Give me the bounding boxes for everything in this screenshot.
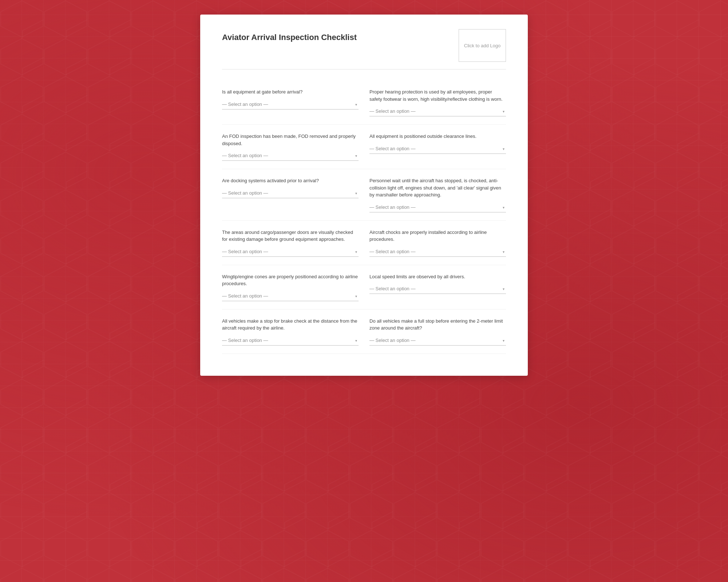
question-text: All equipment is positioned outside clea… — [369, 133, 506, 140]
question-item-right: Local speed limits are observed by all d… — [369, 273, 506, 301]
select-option[interactable]: — Select an option —YesNoN/A — [369, 144, 506, 154]
select-option[interactable]: — Select an option —YesNoN/A — [222, 151, 359, 161]
question-item-right: All equipment is positioned outside clea… — [369, 133, 506, 161]
select-wrapper: — Select an option —YesNoN/A▾ — [222, 247, 359, 257]
question-text: An FOD inspection has been made, FOD rem… — [222, 133, 359, 147]
select-option[interactable]: — Select an option —YesNoN/A — [369, 284, 506, 294]
question-item-left: An FOD inspection has been made, FOD rem… — [222, 133, 359, 161]
question-item-right: Personnel wait until the aircraft has st… — [369, 177, 506, 212]
select-wrapper: — Select an option —YesNoN/A▾ — [369, 144, 506, 154]
select-option[interactable]: — Select an option —YesNoN/A — [222, 99, 359, 109]
questions-grid: Is all equipment at gate before arrival?… — [222, 80, 506, 354]
select-wrapper: — Select an option —YesNoN/A▾ — [222, 99, 359, 109]
question-row: The areas around cargo/passenger doors a… — [222, 221, 506, 265]
form-container: Aviator Arrival Inspection Checklist Cli… — [200, 15, 528, 376]
question-item-left: Is all equipment at gate before arrival?… — [222, 88, 359, 116]
question-row: Are docking systems activated prior to a… — [222, 169, 506, 221]
question-text: Aircraft chocks are properly installed a… — [369, 229, 506, 243]
select-wrapper: — Select an option —YesNoN/A▾ — [369, 335, 506, 346]
select-wrapper: — Select an option —YesNoN/A▾ — [222, 188, 359, 198]
form-header: Aviator Arrival Inspection Checklist Cli… — [222, 29, 506, 69]
question-text: Are docking systems activated prior to a… — [222, 177, 359, 184]
select-option[interactable]: — Select an option —YesNoN/A — [222, 188, 359, 198]
question-text: All vehicles make a stop for brake check… — [222, 318, 359, 332]
question-text: Proper hearing protection is used by all… — [369, 88, 506, 103]
question-item-right: Proper hearing protection is used by all… — [369, 88, 506, 116]
select-option[interactable]: — Select an option —YesNoN/A — [222, 247, 359, 257]
select-wrapper: — Select an option —YesNoN/A▾ — [369, 106, 506, 116]
select-option[interactable]: — Select an option —YesNoN/A — [222, 335, 359, 346]
select-wrapper: — Select an option —YesNoN/A▾ — [369, 202, 506, 212]
question-item-left: Wingtip/engine cones are properly positi… — [222, 273, 359, 301]
question-item-left: All vehicles make a stop for brake check… — [222, 318, 359, 346]
logo-placeholder[interactable]: Click to add Logo — [459, 29, 506, 62]
question-text: Personnel wait until the aircraft has st… — [369, 177, 506, 199]
question-text: The areas around cargo/passenger doors a… — [222, 229, 359, 243]
question-row: An FOD inspection has been made, FOD rem… — [222, 125, 506, 169]
question-text: Wingtip/engine cones are properly positi… — [222, 273, 359, 287]
question-text: Local speed limits are observed by all d… — [369, 273, 506, 280]
form-title: Aviator Arrival Inspection Checklist — [222, 29, 451, 42]
select-wrapper: — Select an option —YesNoN/A▾ — [222, 151, 359, 161]
select-option[interactable]: — Select an option —YesNoN/A — [369, 247, 506, 257]
question-row: Wingtip/engine cones are properly positi… — [222, 265, 506, 310]
question-text: Do all vehicles make a full stop before … — [369, 318, 506, 332]
select-wrapper: — Select an option —YesNoN/A▾ — [222, 335, 359, 346]
question-item-right: Aircraft chocks are properly installed a… — [369, 229, 506, 257]
question-row: All vehicles make a stop for brake check… — [222, 310, 506, 354]
question-item-right: Do all vehicles make a full stop before … — [369, 318, 506, 346]
question-item-left: The areas around cargo/passenger doors a… — [222, 229, 359, 257]
question-row: Is all equipment at gate before arrival?… — [222, 80, 506, 125]
select-wrapper: — Select an option —YesNoN/A▾ — [369, 247, 506, 257]
select-option[interactable]: — Select an option —YesNoN/A — [222, 291, 359, 301]
question-text: Is all equipment at gate before arrival? — [222, 88, 359, 96]
question-item-left: Are docking systems activated prior to a… — [222, 177, 359, 212]
select-option[interactable]: — Select an option —YesNoN/A — [369, 335, 506, 346]
select-wrapper: — Select an option —YesNoN/A▾ — [222, 291, 359, 301]
select-wrapper: — Select an option —YesNoN/A▾ — [369, 284, 506, 294]
select-option[interactable]: — Select an option —YesNoN/A — [369, 202, 506, 212]
select-option[interactable]: — Select an option —YesNoN/A — [369, 106, 506, 116]
